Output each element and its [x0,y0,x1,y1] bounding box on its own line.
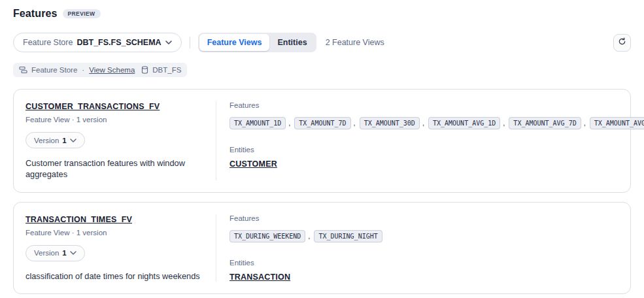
feature-chip: TX_AMOUNT_7D [294,117,350,129]
feature-chip: TX_DURING_NIGHT [314,230,382,242]
feature-chip: TX_DURING_WEEKEND [229,230,305,242]
feature-view-description: classification of date times for nights … [25,271,205,282]
version-label: Version [34,137,59,144]
feature-view-card: CUSTOMER_TRANSACTIONS_FV Feature View · … [13,89,631,193]
version-label: Version [34,249,59,257]
feature-view-description: Customer transaction features with windo… [25,157,205,180]
chip-separator: , [354,119,356,127]
chevron-down-icon [70,251,76,255]
features-section-label: Features [229,101,622,109]
feature-store-selector-value: DBT_FS.FS_SCHEMA [76,38,161,47]
entities-section: Entities TRANSACTION [229,259,619,282]
version-dropdown[interactable]: Version 1 [25,132,85,148]
card-summary-column: TRANSACTION_TIMES_FV Feature View · 1 ve… [25,214,216,282]
feature-view-title-link[interactable]: TRANSACTION_TIMES_FV [25,215,132,224]
feature-chip: TX_AMOUNT_1D [229,117,286,129]
feature-chip-list: TX_AMOUNT_1D,TX_AMOUNT_7D,TX_AMOUNT_30D,… [229,114,622,131]
toolbar-divider [190,37,190,48]
chevron-down-icon [165,41,172,44]
version-value: 1 [62,137,66,144]
refresh-icon [618,37,626,48]
toolbar: Feature Store DBT_FS.FS_SCHEMA Feature V… [13,33,631,52]
chip-separator: , [422,119,424,127]
features-section-label: Features [229,214,619,222]
entities-section: Entities CUSTOMER [229,146,622,169]
chip-separator: , [584,119,586,127]
feature-view-subtitle: Feature View · 1 version [25,229,205,237]
entity-link[interactable]: CUSTOMER [229,159,277,169]
breadcrumb-separator: · [82,66,84,74]
entities-section-label: Entities [229,146,622,154]
version-value: 1 [62,249,66,257]
feature-chip: TX_AMOUNT_AVG_30D [590,117,644,129]
feature-chip: TX_AMOUNT_AVG_1D [428,117,500,129]
feature-store-icon [19,66,27,74]
feature-view-subtitle: Feature View · 1 version [25,116,205,124]
chip-separator: , [288,119,290,127]
card-summary-column: CUSTOMER_TRANSACTIONS_FV Feature View · … [25,101,216,180]
card-detail-column: Features TX_DURING_WEEKEND,TX_DURING_NIG… [216,214,619,282]
entities-section-label: Entities [229,259,619,267]
feature-chip: TX_AMOUNT_30D [360,117,420,129]
tab-entities[interactable]: Entities [269,34,314,51]
chip-separator: , [503,119,505,127]
feature-view-title-link[interactable]: CUSTOMER_TRANSACTIONS_FV [25,102,160,111]
feature-chip-list: TX_DURING_WEEKEND,TX_DURING_NIGHT [229,227,619,244]
preview-badge: PREVIEW [63,9,101,19]
feature-store-selector[interactable]: Feature Store DBT_FS.FS_SCHEMA [13,33,182,52]
tab-group: Feature Views Entities [198,33,316,52]
view-schema-link[interactable]: View Schema [89,66,135,74]
tab-feature-views[interactable]: Feature Views [199,34,270,51]
page-header: Features PREVIEW [13,8,631,20]
entity-link[interactable]: TRANSACTION [229,273,290,282]
feature-views-count: 2 Feature Views [326,38,384,47]
feature-store-selector-label: Feature Store [23,38,73,47]
feature-chip: TX_AMOUNT_AVG_7D [509,117,581,129]
breadcrumb-database-name: DBT_FS [152,66,181,74]
breadcrumb-store-label: Feature Store [31,66,77,74]
feature-view-card: TRANSACTION_TIMES_FV Feature View · 1 ve… [13,202,631,294]
version-dropdown[interactable]: Version 1 [25,245,85,261]
chevron-down-icon [70,139,76,142]
refresh-button[interactable] [613,34,631,52]
page-title: Features [13,8,58,20]
card-detail-column: Features TX_AMOUNT_1D,TX_AMOUNT_7D,TX_AM… [216,101,622,180]
database-icon [141,66,148,74]
features-page: Features PREVIEW Feature Store DBT_FS.FS… [0,0,644,294]
chip-separator: , [308,232,310,240]
breadcrumb: Feature Store · View Schema DBT_FS [13,63,187,77]
